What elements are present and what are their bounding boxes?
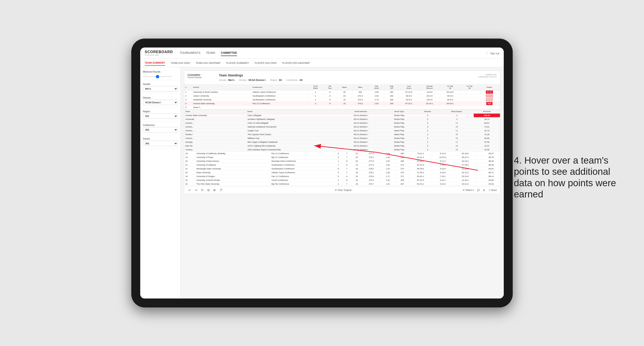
th-vs25: Vs Top25 bbox=[440, 84, 460, 90]
row-conference: Pac-12 Conference bbox=[251, 102, 308, 106]
gender-select[interactable]: Men's bbox=[143, 86, 178, 91]
row-wins: 275.5 bbox=[352, 102, 368, 106]
row-conference: Southeastern Conference bbox=[251, 94, 308, 98]
popup-row: Univers...National Invitational Tourname… bbox=[184, 125, 500, 129]
toolbar-view[interactable]: 👁 View: Original bbox=[335, 189, 352, 191]
table-row[interactable]: 22 Mississippi State University Southeas… bbox=[184, 167, 500, 171]
row-tours: 9 bbox=[323, 90, 337, 94]
row-conf-rank: 2 bbox=[308, 98, 323, 102]
main-content: Minimum Rounds Gender Men's Division NCA… bbox=[140, 67, 504, 299]
conference-select[interactable]: (All) bbox=[143, 127, 178, 133]
division-filter-value: NCAA Division I bbox=[248, 79, 266, 81]
table-row[interactable]: 3 Vanderbilt University Southeastern Con… bbox=[184, 98, 500, 102]
row-low-score: 86-8-0 bbox=[398, 94, 419, 98]
row-rank: 3 bbox=[184, 98, 192, 102]
sub-nav-player-summary[interactable]: PLAYER SUMMARY bbox=[226, 60, 249, 65]
table-row[interactable]: 23 Duke University Atlantic Coast Confer… bbox=[184, 171, 500, 174]
sub-nav-team-summary[interactable]: TEAM SUMMARY bbox=[145, 60, 165, 66]
sub-nav-player-h2h-grid[interactable]: PLAYER H2H GRID bbox=[255, 60, 277, 65]
toolbar-right: 👁 Watch ▾ 💬 ⊞ ↗ Share bbox=[463, 189, 497, 191]
comment-button[interactable]: 💬 bbox=[477, 189, 480, 191]
standings-header: Team Standings Gender: Men's Division: N… bbox=[219, 73, 478, 81]
table-row[interactable]: 25 University of North Florida ASUN Conf… bbox=[184, 178, 500, 182]
row-avg-sg: 269 bbox=[385, 98, 398, 102]
table-row[interactable]: 1 University of North Carolina Atlantic … bbox=[184, 90, 500, 94]
hover-popup-table: Team Event Event Division Event Type Rou… bbox=[184, 110, 500, 152]
row-wins: 272.3 bbox=[352, 94, 368, 98]
bottom-toolbar: ↩ ↪ ↻ ⧉ ⊕ ⏱ 👁 View: Original bbox=[184, 186, 500, 194]
table-row[interactable]: 19 University of Texas Big 12 Conference… bbox=[184, 156, 500, 159]
row-conf-rank: 1 bbox=[308, 90, 323, 94]
popup-th-points: W Points bbox=[474, 110, 500, 114]
report-container: Committee Portal Review Team Standings G… bbox=[184, 71, 500, 194]
table-row[interactable]: 26 The Ohio State University Big Ten Con… bbox=[184, 182, 500, 186]
popup-row: Univers...Copper CupNCAA Division IMatch… bbox=[184, 129, 500, 133]
table-row[interactable]: 2 Auburn University Southeastern Confere… bbox=[184, 94, 500, 98]
standings-title: Team Standings bbox=[219, 73, 478, 77]
table-row[interactable]: 20 University of New Mexico Mountain Wes… bbox=[184, 159, 500, 163]
row-points[interactable]: 97.02 bbox=[478, 90, 500, 94]
watch-button[interactable]: 👁 Watch ▾ bbox=[463, 189, 474, 191]
sidebar-division-label: Division bbox=[143, 97, 178, 99]
conference-filter-label: Conference: bbox=[286, 79, 298, 81]
division-select[interactable]: NCAA Division I bbox=[143, 100, 178, 105]
th-conf-rank: ConfRank bbox=[308, 84, 323, 90]
row-points[interactable]: 90.20 bbox=[478, 98, 500, 102]
th-adj-score: Adj.Score bbox=[368, 84, 385, 90]
min-rounds-slider[interactable] bbox=[143, 76, 172, 77]
row-tours: 8 bbox=[323, 98, 337, 102]
school-select[interactable]: (All) bbox=[143, 141, 178, 146]
logo-text: SCOREBOARD bbox=[145, 50, 173, 54]
row-vs25: 50-10-0 bbox=[440, 90, 460, 94]
table-row[interactable]: 21 University of Alabama Southeastern Co… bbox=[184, 163, 500, 167]
nav-committee[interactable]: COMMITTEE bbox=[221, 50, 237, 56]
sidebar-division-section: Division NCAA Division I bbox=[143, 97, 178, 108]
nav-tournaments[interactable]: TOURNAMENTS bbox=[180, 50, 200, 56]
row-vs25: 58-24-1 bbox=[440, 102, 460, 106]
time-button[interactable]: ⏱ bbox=[218, 188, 224, 192]
sub-nav-player-h2h-heatmap[interactable]: PLAYER H2H HEATMAP bbox=[282, 60, 310, 65]
add-button[interactable]: ⊕ bbox=[212, 188, 217, 192]
share-icon: ↗ bbox=[488, 189, 490, 191]
sidebar-region-label: Region bbox=[143, 110, 178, 113]
row-bnds: 15 bbox=[337, 102, 352, 106]
sidebar-conference-label: Conference bbox=[143, 124, 178, 126]
undo-button[interactable]: ↩ bbox=[188, 188, 192, 192]
row-points[interactable]: 79.5 bbox=[478, 102, 500, 106]
share-button[interactable]: ↗ Share bbox=[488, 189, 497, 191]
popup-row: UniversitySouthern Highlands CollegiateN… bbox=[184, 117, 500, 121]
report-header: Committee Portal Review Team Standings G… bbox=[184, 71, 500, 84]
refresh-button[interactable]: ↻ bbox=[200, 188, 205, 192]
sub-nav-team-h2h-heatmap[interactable]: TEAM H2H HEATMAP bbox=[196, 60, 220, 65]
th-conference: Conference bbox=[251, 84, 308, 90]
row-bnds: 23 bbox=[337, 94, 352, 98]
redo-button[interactable]: ↪ bbox=[194, 188, 198, 192]
table-row[interactable]: 18 University of California, Berkeley Pa… bbox=[184, 152, 500, 156]
tablet-frame: SCOREBOARD Powered by clippi TOURNAMENTS… bbox=[131, 38, 513, 308]
th-no-tour: NoTour bbox=[323, 84, 337, 90]
nav-links: TOURNAMENTS TEAMS COMMITTEE bbox=[180, 50, 486, 56]
filter-region: Region: All bbox=[270, 79, 282, 81]
popup-row: Univers...Williams CupNCAA Division IStr… bbox=[184, 137, 500, 140]
row-conf-rank: 1 bbox=[308, 94, 323, 98]
hover-popup-section: Team Event Event Division Event Type Rou… bbox=[184, 109, 500, 152]
table-row[interactable]: 24 University of Oregon Pac-12 Conferenc… bbox=[184, 174, 500, 178]
expand-button[interactable]: ⊞ bbox=[483, 189, 485, 191]
table-row[interactable]: 5 Texas T... bbox=[184, 106, 500, 109]
popup-row: East TerOFCC Fighting Illini Invitationa… bbox=[184, 144, 500, 148]
copy-button[interactable]: ⧉ bbox=[206, 188, 210, 192]
division-filter-label: Division: bbox=[239, 79, 248, 81]
nav-teams[interactable]: TEAMS bbox=[206, 50, 215, 56]
sidebar-min-rounds-label: Minimum Rounds bbox=[143, 71, 178, 73]
tablet-screen: SCOREBOARD Powered by clippi TOURNAMENTS… bbox=[140, 47, 504, 299]
th-vs50: Vs Top50 bbox=[460, 84, 478, 90]
region-select[interactable]: N/A bbox=[143, 113, 178, 119]
sign-out-button[interactable]: Sign out bbox=[490, 52, 499, 55]
row-points[interactable]: 93.31 bbox=[478, 94, 500, 98]
sidebar-school-label: School bbox=[143, 138, 178, 140]
sidebar: Minimum Rounds Gender Men's Division NCA… bbox=[140, 67, 181, 299]
th-low-score: LowScore bbox=[398, 84, 419, 90]
sub-nav-team-h2h-grid[interactable]: TEAM H2H GRID bbox=[171, 60, 190, 65]
table-row-highlighted[interactable]: 4 Arizona State University Pac-12 Confer… bbox=[184, 102, 500, 106]
sidebar-school-section: School (All) bbox=[143, 138, 178, 149]
